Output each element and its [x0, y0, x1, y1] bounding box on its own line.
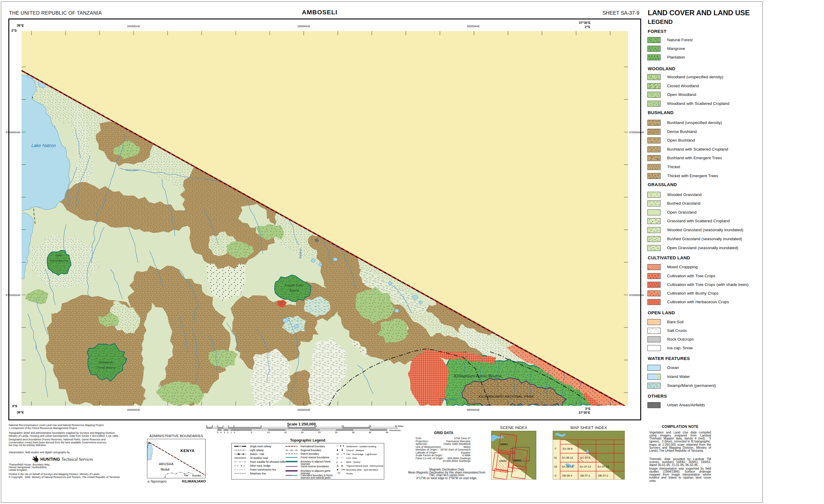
svg-text:Sinya Ndara: Sinya Ndara: [125, 169, 139, 171]
svg-text:2: 2: [222, 425, 224, 427]
svg-text:SA-37-9: SA-37-9: [580, 456, 590, 459]
svg-text:Kilimanjaro Forest Reserve: Kilimanjaro Forest Reserve: [454, 374, 502, 378]
svg-text:1: 1: [228, 425, 229, 427]
svg-text:SA-36-16: SA-36-16: [562, 465, 573, 468]
svg-text:Ol Molog: Ol Molog: [299, 248, 302, 259]
svg-text:·˚(•)˚·: ·˚(•)˚·: [336, 472, 341, 474]
svg-text:Hai: Hai: [184, 474, 188, 477]
svg-text:a: a: [148, 441, 150, 444]
svg-text:1: 1: [230, 431, 232, 434]
svg-text:10: 10: [267, 431, 270, 434]
svg-text:Settlement : Isolated building: Settlement : Isolated building: [346, 445, 376, 448]
svg-text:Rombo: Rombo: [192, 474, 201, 477]
svg-text:SB-37-1: SB-37-1: [580, 474, 590, 477]
svg-text:40: 40: [369, 431, 371, 434]
svg-text:5: 5: [251, 431, 252, 434]
svg-text:ARUSHA: ARUSHA: [159, 462, 174, 466]
svg-text:15: 15: [314, 425, 317, 427]
svg-text:Lake Natron: Lake Natron: [31, 143, 56, 148]
svg-text:Forest Reserve: Forest Reserve: [97, 366, 115, 369]
svg-text:15: 15: [284, 431, 287, 434]
svg-text:Light railway: Light railway: [250, 449, 264, 452]
svg-text:SA-37-13: SA-37-13: [580, 465, 591, 468]
svg-text:Power transmission line: Power transmission line: [250, 468, 276, 471]
svg-text:35: 35: [352, 431, 354, 434]
svg-text:SB-37-2: SB-37-2: [598, 474, 608, 477]
svg-text:Kitumbeine: Kitumbeine: [99, 361, 113, 364]
svg-text:-15: -15: [553, 465, 557, 468]
svg-text:Regional boundary: Regional boundary: [301, 449, 321, 452]
svg-text:Pier : Anchorage : Lighthouse: Pier : Anchorage : Lighthouse: [346, 453, 377, 456]
svg-text:0: 0: [234, 431, 235, 434]
svg-text:Telephone line: Telephone line: [250, 472, 266, 475]
svg-text:Track suitable for wheeled tra: Track suitable for wheeled traffic: [250, 461, 286, 464]
svg-text:Rocks: Rocks: [346, 472, 353, 475]
svg-text:20: 20: [301, 431, 304, 434]
svg-text:Station : Halt: Station : Halt: [250, 452, 265, 456]
svg-text:45: 45: [386, 431, 388, 434]
svg-text:0: 0: [233, 425, 235, 427]
svg-text:-3: -3: [554, 474, 556, 477]
svg-text:reserves and national parks: reserves and national parks: [301, 477, 331, 479]
svg-text:.2286: .2286: [340, 469, 345, 471]
svg-text:KILIMANJARO NATIONAL PARK: KILIMANJARO NATIONAL PARK: [479, 395, 534, 398]
svg-text:Kilometres: Kilometres: [389, 429, 401, 432]
svg-text:Reserve: Reserve: [289, 289, 299, 292]
svg-text:Gelai: Gelai: [56, 254, 62, 257]
svg-text:Forest reserve boundaries: Forest reserve boundaries: [301, 456, 329, 459]
svg-text:Single track railway: Single track railway: [250, 445, 272, 448]
svg-text:3: 3: [224, 431, 225, 434]
svg-text:Church : Mosque: Church : Mosque: [346, 449, 364, 452]
svg-text:30: 30: [335, 431, 338, 434]
svg-text:SB-36-4: SB-36-4: [562, 474, 572, 477]
svg-text:Technical Services: Technical Services: [62, 457, 93, 462]
svg-text:SA-37-14: SA-37-14: [598, 465, 609, 468]
svg-text:5: 5: [261, 425, 262, 427]
svg-text:-7: -7: [554, 447, 556, 450]
svg-text:KENYA: KENYA: [181, 449, 195, 453]
svg-text:Engare Nairobi: Engare Nairobi: [439, 398, 457, 401]
svg-text:Other track, bridge: Other track, bridge: [250, 464, 271, 467]
svg-text:10: 10: [287, 425, 290, 427]
svg-text:25: 25: [318, 431, 321, 434]
svg-text:Trigonometrical point : Astron: Trigonometrical point : Astronomical poi…: [346, 465, 384, 467]
svg-text:169/62: 169/62: [499, 460, 507, 463]
svg-text:HUNTING: HUNTING: [40, 457, 60, 462]
svg-text:Fort : Ruin: Fort : Ruin: [346, 457, 357, 460]
svg-text:169/61: 169/61: [500, 443, 508, 446]
svg-text:5: 5: [217, 431, 218, 434]
svg-text:25: 25: [369, 425, 371, 427]
svg-text:All weather road: All weather road: [250, 457, 268, 460]
svg-text:Forest Reserve: Forest Reserve: [49, 259, 68, 262]
svg-text:Boundary pillar : spot elevati: Boundary pillar : spot elevation: [346, 469, 378, 471]
svg-text:District boundary: District boundary: [301, 452, 319, 455]
svg-text:5: 5: [206, 425, 208, 427]
svg-text:168/62: 168/62: [513, 459, 521, 462]
svg-text:4: 4: [220, 431, 222, 434]
svg-text:International boundary: International boundary: [301, 445, 325, 448]
svg-text:2: 2: [227, 431, 228, 434]
svg-text:-11: -11: [553, 456, 557, 459]
svg-text:30 Miles: 30 Miles: [395, 425, 404, 427]
svg-text:4: 4: [212, 425, 213, 427]
svg-text:Longido Forest: Longido Forest: [285, 284, 304, 287]
svg-text:Game reserve boundaries: Game reserve boundaries: [301, 465, 329, 468]
svg-text:3: 3: [217, 425, 218, 427]
svg-text:Moduli: Moduli: [161, 468, 170, 471]
svg-text:SA-36-12: SA-36-12: [562, 456, 573, 459]
svg-text:Mine : Quarry: Mine : Quarry: [346, 461, 360, 464]
svg-text:SA-36-8: SA-36-8: [562, 447, 573, 450]
svg-text:20: 20: [341, 425, 344, 427]
